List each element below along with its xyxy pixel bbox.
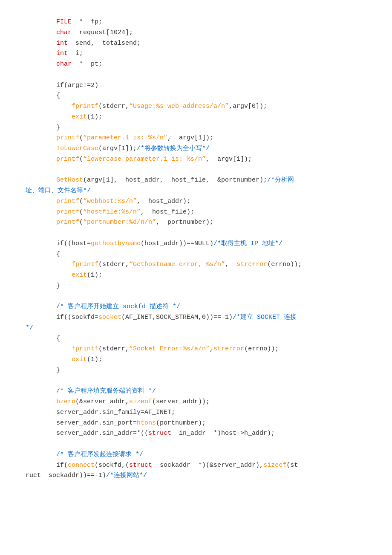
code-container: FILE * fp; char request[1024]; int send,… xyxy=(26,17,366,481)
